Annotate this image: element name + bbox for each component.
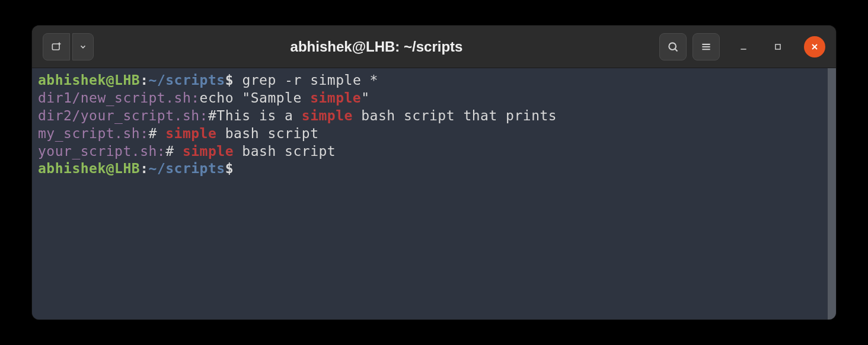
search-button[interactable]: [659, 33, 687, 60]
svg-rect-0: [52, 44, 59, 50]
prompt-user: abhishek@LHB: [38, 72, 140, 88]
prompt-user: abhishek@LHB: [38, 161, 140, 176]
new-tab-button[interactable]: [43, 33, 70, 60]
close-icon: [810, 42, 819, 52]
new-tab-icon: [50, 41, 62, 53]
maximize-button[interactable]: [767, 36, 789, 58]
output-pre: #This is a: [208, 108, 302, 123]
output-line: dir2/your_script.sh:#This is a simple ba…: [38, 107, 830, 125]
chevron-down-icon: [79, 43, 87, 51]
terminal-body[interactable]: abhishek@LHB:~/scripts$ grep -r simple *…: [32, 68, 836, 320]
output-pre: #: [165, 143, 183, 159]
titlebar-right-group: [659, 33, 825, 60]
output-line: my_script.sh:# simple bash script: [38, 125, 830, 143]
prompt-colon: :: [140, 161, 148, 176]
output-file: your_script.sh:: [38, 143, 165, 159]
output-post: bash script: [234, 143, 336, 159]
tab-dropdown-button[interactable]: [72, 33, 94, 60]
prompt-line: abhishek@LHB:~/scripts$: [38, 160, 830, 178]
window-title: abhishek@LHB: ~/scripts: [98, 39, 655, 55]
scrollbar[interactable]: [828, 68, 836, 320]
output-line: your_script.sh:# simple bash script: [38, 143, 830, 161]
close-button[interactable]: [804, 36, 825, 58]
output-pre: #: [149, 126, 166, 141]
output-file: dir1/new_script.sh:: [38, 90, 200, 106]
menu-button[interactable]: [693, 33, 720, 60]
prompt-path: ~/scripts: [149, 72, 225, 88]
prompt-symbol: $: [225, 161, 234, 176]
prompt-path: ~/scripts: [149, 161, 225, 176]
prompt-symbol: $: [225, 72, 234, 88]
output-file: dir2/your_script.sh:: [38, 108, 208, 123]
output-file: my_script.sh:: [38, 126, 149, 141]
svg-point-3: [669, 43, 676, 50]
output-post: ": [361, 90, 369, 106]
svg-line-4: [675, 49, 678, 51]
output-pre: echo "Sample: [200, 90, 311, 106]
prompt-colon: :: [140, 72, 148, 88]
svg-rect-9: [776, 44, 780, 49]
maximize-icon: [774, 43, 782, 51]
minimize-button[interactable]: [733, 36, 754, 58]
titlebar-left-group: [43, 33, 94, 60]
command-text: grep -r simple *: [234, 72, 378, 88]
search-icon: [667, 41, 679, 53]
hamburger-icon: [700, 41, 712, 53]
output-match: simple: [165, 126, 216, 141]
output-post: bash script: [216, 126, 318, 141]
output-match: simple: [310, 90, 361, 106]
titlebar: abhishek@LHB: ~/scripts: [32, 25, 836, 68]
output-match: simple: [302, 108, 353, 123]
output-match: simple: [183, 143, 234, 159]
output-line: dir1/new_script.sh:echo "Sample simple": [38, 90, 830, 107]
output-post: bash script that prints: [353, 108, 557, 123]
minimize-icon: [739, 42, 748, 52]
terminal-window: abhishek@LHB: ~/scripts: [32, 25, 836, 320]
prompt-line: abhishek@LHB:~/scripts$ grep -r simple *: [38, 72, 830, 90]
